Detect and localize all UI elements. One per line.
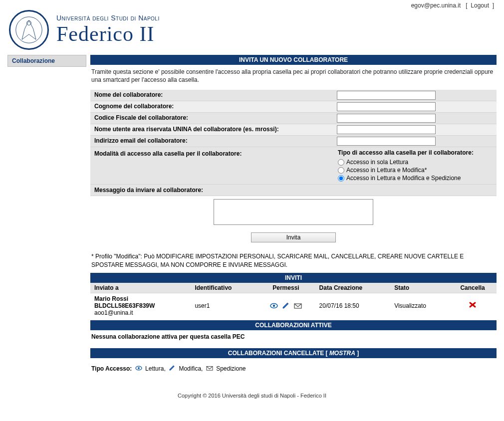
radio-lettura-input[interactable]	[338, 159, 344, 166]
row-date: 20/07/16 18:50	[315, 293, 391, 318]
label-tipo-accesso: Tipo di accesso alla casella per il coll…	[338, 149, 474, 156]
table-row: Mario Rossi BLDCLL58E63F839W aoo1@unina.…	[90, 293, 497, 318]
svg-point-6	[138, 367, 140, 369]
logo-line1: Università degli Studi di Napoli	[56, 14, 160, 22]
legend: Tipo Accesso: Lettura, Modifica, Spedizi…	[90, 358, 497, 388]
inviti-table: Inviato a Identificativo Permessi Data C…	[90, 283, 497, 318]
label-cf: Codice Fiscale del collaboratore:	[90, 113, 334, 124]
radio-modifica[interactable]: Accesso in Lettura e Modifica*	[338, 166, 474, 174]
legend-modifica: Modifica,	[179, 365, 203, 372]
section-title-inviti: INVITI	[90, 273, 497, 283]
label-modalita: Modalità di accesso alla casella per il …	[90, 147, 334, 184]
label-utente: Nome utente area riservata UNINA del col…	[90, 124, 334, 135]
footer-text: Copyright © 2016 Università degli studi …	[7, 388, 497, 414]
eye-icon	[135, 365, 143, 373]
university-seal-icon	[9, 10, 49, 50]
row-user: user1	[191, 293, 256, 318]
row-mail: aoo1@unina.it	[94, 309, 187, 316]
th-cancella: Cancella	[449, 283, 497, 293]
radio-modifica-label: Accesso in Lettura e Modifica*	[346, 167, 427, 174]
textarea-messaggio[interactable]	[214, 199, 373, 225]
th-data: Data Creazione	[315, 283, 391, 293]
row-cf: BLDCLL58E63F839W	[94, 302, 187, 309]
delete-icon[interactable]	[469, 301, 477, 308]
logout-link[interactable]: Logout	[471, 2, 489, 9]
input-utente[interactable]	[337, 125, 436, 134]
section-title-cancelled: COLLABORAZIONI CANCELLATE [ MOSTRA ]	[90, 348, 497, 358]
input-cognome[interactable]	[337, 102, 436, 111]
th-ident: Identificativo	[191, 283, 256, 293]
radio-spedizione-input[interactable]	[338, 175, 344, 182]
input-cf[interactable]	[337, 114, 436, 123]
radio-spedizione-label: Accesso in Lettura e Modifica e Spedizio…	[346, 175, 461, 182]
row-stato: Visualizzato	[390, 293, 449, 318]
logo-line2: Federico II	[56, 22, 160, 46]
eye-icon	[270, 302, 278, 309]
mail-icon	[294, 302, 302, 309]
svg-point-3	[273, 305, 275, 307]
label-email: Indirizzo email del collaboratore:	[90, 136, 334, 147]
label-cognome: Cognome del collaboratore:	[90, 101, 334, 112]
section-title-invite: INVITA UN NUOVO COLLABORATORE	[90, 55, 497, 65]
radio-modifica-input[interactable]	[338, 167, 344, 174]
cancelled-post: ]	[355, 350, 359, 357]
note-modifica: * Profilo "Modifica": Può MODIFICARE IMP…	[90, 245, 497, 270]
pencil-icon	[168, 365, 176, 373]
radio-lettura[interactable]: Accesso in sola Lettura	[338, 158, 474, 166]
label-messaggio: Messaggio da inviare al collaboratore:	[90, 185, 497, 196]
legend-label: Tipo Accesso:	[91, 365, 132, 372]
pencil-icon	[282, 302, 290, 309]
mostra-link[interactable]: MOSTRA	[329, 350, 355, 357]
user-email: egov@pec.unina.it	[411, 2, 461, 9]
label-nome: Nome del collaboratore:	[90, 90, 334, 101]
invita-button[interactable]: Invita	[251, 232, 336, 242]
mail-icon	[206, 365, 214, 373]
input-email[interactable]	[337, 137, 436, 146]
input-nome[interactable]	[337, 91, 436, 100]
th-inviato: Inviato a	[90, 283, 191, 293]
cancelled-pre: COLLABORAZIONI CANCELLATE [	[228, 350, 329, 357]
intro-text: Tramite questa sezione e' possibile cons…	[90, 65, 497, 90]
th-stato: Stato	[390, 283, 449, 293]
row-name: Mario Rossi	[94, 295, 187, 302]
legend-spedizione: Spedizione	[216, 365, 246, 372]
section-title-active: COLLABORAZIONI ATTIVE	[90, 320, 497, 330]
radio-spedizione[interactable]: Accesso in Lettura e Modifica e Spedizio…	[338, 174, 474, 182]
no-active-text: Nessuna collaborazione attiva per questa…	[90, 330, 497, 346]
logo-text: Università degli Studi di Napoli Federic…	[56, 14, 160, 46]
sidebar-item-collaborazione[interactable]: Collaborazione	[7, 55, 86, 67]
legend-lettura: Lettura,	[145, 365, 166, 372]
radio-lettura-label: Accesso in sola Lettura	[346, 159, 408, 166]
th-permessi: Permessi	[256, 283, 315, 293]
